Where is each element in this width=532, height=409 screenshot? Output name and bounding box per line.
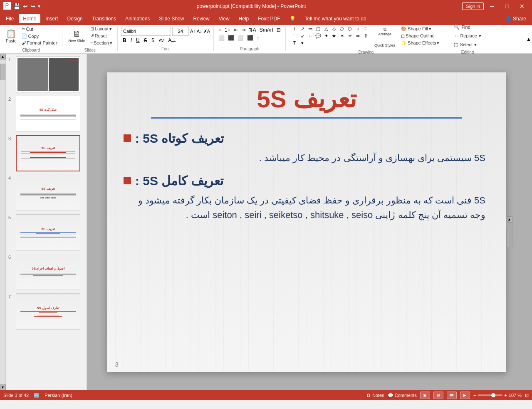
shape-oval[interactable]: ○	[354, 25, 361, 32]
slide-thumb-2[interactable]: شکل گیری 5S	[16, 96, 80, 132]
menu-help[interactable]: Help	[235, 14, 253, 23]
shape-round-rect[interactable]: ▢	[314, 25, 322, 32]
numbering-button[interactable]: 1≡	[223, 27, 232, 33]
slide-item-6[interactable]: 6 اصول و اهداف اجرای5S	[7, 253, 85, 291]
slide-thumb-7[interactable]: تعارف اصول 5S	[16, 293, 80, 330]
undo-icon[interactable]: ↩	[23, 3, 28, 10]
increase-indent-button[interactable]: ⇥	[240, 27, 247, 33]
menu-transitions[interactable]: Transitions	[88, 14, 120, 23]
convert-smartart-button[interactable]: SmArt	[258, 27, 275, 33]
align-center-button[interactable]: ⬛	[227, 35, 235, 41]
shape-pentagon[interactable]: ⬠	[338, 25, 346, 32]
bullets-button[interactable]: ≡	[217, 27, 223, 33]
slide-thumb-1[interactable]: آشنایی با	[16, 56, 80, 92]
fit-window-button[interactable]: ⊡	[525, 393, 529, 398]
slide-thumb-4[interactable]: تعریف 5S seiri seiton seiso	[16, 175, 80, 211]
font-size-input[interactable]	[172, 27, 189, 36]
normal-view-button[interactable]: ▣	[420, 392, 430, 399]
shape-diamond[interactable]: ◇	[330, 25, 338, 32]
bold-button[interactable]: B	[121, 37, 128, 44]
shape-curve[interactable]: ⌒	[291, 32, 298, 39]
shape-explosion[interactable]: ✳	[346, 32, 354, 39]
strikethrough-button[interactable]: S	[142, 37, 149, 44]
slide-item-1[interactable]: 1 آشنایی با	[7, 55, 85, 93]
shape-star4[interactable]: ✦	[322, 32, 330, 39]
restore-button[interactable]: □	[500, 0, 514, 12]
clear-format-button[interactable]: ✗A	[203, 29, 210, 34]
section1-title-text[interactable]: تعریف کوتاه 5S :	[135, 131, 224, 146]
underline-button[interactable]: U	[134, 37, 141, 44]
right-scroll-thumb[interactable]	[507, 222, 512, 247]
shape-text-box[interactable]: T	[291, 40, 298, 46]
zoom-slider[interactable]	[478, 394, 502, 396]
shape-hexagon[interactable]: ⬡	[346, 25, 354, 32]
shape-arrow[interactable]: ↗	[299, 25, 306, 32]
shape-star5[interactable]: ★	[330, 32, 338, 39]
share-button[interactable]: 👤 Share	[501, 14, 530, 23]
menu-review[interactable]: Review	[189, 14, 213, 23]
text-direction-button[interactable]: ⇅A	[247, 27, 257, 33]
decrease-indent-button[interactable]: ⇤	[233, 27, 239, 33]
comments-button[interactable]: 💬 Comments	[388, 393, 417, 398]
cut-button[interactable]: ✂Cut	[20, 26, 59, 32]
menu-insert[interactable]: Insert	[41, 14, 62, 23]
right-scrollbar[interactable]: ▲ ▼	[506, 216, 512, 228]
font-increase-button[interactable]: A↑	[190, 29, 195, 34]
menu-home[interactable]: Home	[19, 14, 40, 23]
slide-item-3[interactable]: 3 تعریف 5S	[7, 134, 85, 172]
shape-block-arrow[interactable]: ⇒	[354, 32, 361, 39]
shape-rect[interactable]: ▭	[307, 25, 314, 32]
shape-triangle[interactable]: △	[322, 25, 330, 32]
slide-item-5[interactable]: 5 تعریف 5S	[7, 213, 85, 251]
sign-in-button[interactable]: Sign in	[462, 2, 484, 10]
redo-icon[interactable]: ↪	[30, 3, 35, 10]
menu-animations[interactable]: Animations	[121, 14, 154, 23]
slide-item-2[interactable]: 2 شکل گیری 5S	[7, 95, 85, 133]
close-button[interactable]: ✕	[515, 0, 529, 12]
replace-button[interactable]: ↔ Replace ▾	[452, 32, 483, 40]
italic-button[interactable]: I	[129, 37, 134, 44]
slide-thumb-5[interactable]: تعریف 5S	[16, 214, 80, 250]
shape-star6[interactable]: ✶	[338, 32, 346, 39]
slide-panel-scrollbar[interactable]: ▲ ▼	[0, 54, 6, 390]
menu-tellme[interactable]: Tell me what you want to do	[301, 14, 371, 23]
zoom-in-button[interactable]: +	[504, 393, 507, 398]
section2-title-text[interactable]: تعریف کامل 5S :	[135, 174, 223, 188]
shape-outline-button[interactable]: ◻ Shape Outline	[399, 33, 441, 39]
shape-callout[interactable]: 💬	[314, 32, 322, 39]
menu-foxit[interactable]: Foxit PDF	[254, 14, 284, 23]
reading-view-button[interactable]: 📖	[447, 392, 457, 399]
menu-slideshow[interactable]: Slide Show	[155, 14, 188, 23]
slide-sorter-button[interactable]: ⊞	[433, 392, 443, 399]
shape-bend-arrow[interactable]: ↙	[299, 32, 306, 39]
slide-thumb-6[interactable]: اصول و اهداف اجرای5S	[16, 254, 80, 290]
shape-more[interactable]: ▾	[299, 40, 306, 46]
justify-button[interactable]: ⬛	[246, 35, 255, 41]
shape-up-arrow[interactable]: ⇑	[362, 32, 369, 39]
zoom-out-button[interactable]: −	[473, 393, 476, 398]
arrange-button[interactable]: ⧉ Arrange	[372, 22, 398, 42]
scroll-thumb[interactable]	[0, 64, 5, 80]
shadow-button[interactable]: S̲	[150, 37, 156, 44]
paste-button[interactable]: 📋 Paste	[3, 25, 19, 46]
slide-item-4[interactable]: 4 تعریف 5S seiri seiton seiso	[7, 174, 85, 212]
layout-button[interactable]: ⊞Layout ▾	[89, 26, 114, 32]
ribbon-collapse-button[interactable]: ▲	[525, 35, 532, 43]
line-spacing-button[interactable]: ↕	[255, 35, 260, 41]
notes-button[interactable]: 🗒 Notes	[366, 393, 384, 398]
reset-button[interactable]: ↺Reset	[89, 33, 114, 39]
scroll-down-button[interactable]: ▼	[0, 384, 6, 390]
right-scroll-up[interactable]: ▲	[507, 216, 512, 222]
slide-item-7[interactable]: 7 تعارف اصول 5S	[7, 292, 85, 330]
new-slide-button[interactable]: 🗎 New Slide	[66, 25, 88, 46]
align-right-button[interactable]: ⬜	[236, 35, 245, 41]
menu-design[interactable]: Design	[63, 14, 87, 23]
slideshow-button[interactable]: ▶	[460, 392, 470, 399]
slide-canvas[interactable]: تعریف 5S تعریف کوتاه 5S : 5S سیستمی برای…	[107, 72, 506, 372]
shape-fill-button[interactable]: 🎨 Shape Fill ▾	[399, 26, 441, 32]
copy-button[interactable]: 📄Copy	[20, 33, 59, 39]
font-decrease-button[interactable]: A↓	[197, 29, 202, 34]
columns-button[interactable]: ⊟	[275, 27, 282, 33]
format-painter-button[interactable]: 🖌Format Painter	[20, 40, 59, 46]
shape-connector[interactable]: ↔	[307, 32, 314, 39]
